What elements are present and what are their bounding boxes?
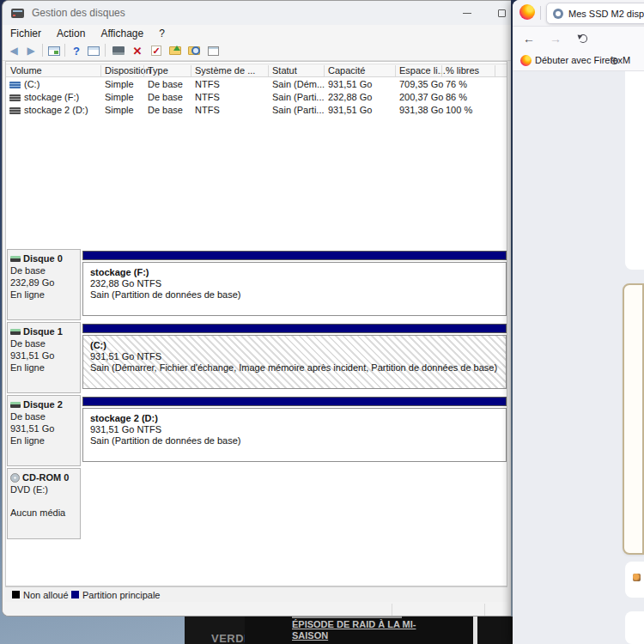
cell-espace: 200,37 Go [399, 92, 443, 102]
cdrom-label-panel[interactable]: CD-ROM 0 DVD (E:) Aucun média [7, 468, 81, 539]
cell-type: De base [148, 92, 183, 102]
bookmarks-bar: Débuter avec Firefox ⊕ M [513, 50, 644, 71]
col-capacite[interactable]: Capacité [328, 65, 365, 76]
list-view-icon[interactable] [46, 43, 62, 58]
cell-fs: NTFS [195, 105, 220, 115]
partition-stockage-f[interactable]: stockage (F:) 232,88 Go NTFS Sain (Parti… [82, 251, 507, 318]
cell-statut: Sain (Parti... [272, 92, 325, 102]
forward-button: → [547, 30, 564, 47]
disk0-name: Disque 0 [23, 253, 63, 264]
disk0-status: En ligne [10, 289, 77, 300]
cdrom-drive: DVD (E:) [10, 484, 77, 495]
cell-statut: Sain (Dém... [272, 79, 325, 89]
folder-up-glyph [169, 46, 181, 55]
popup-view-icon[interactable] [86, 43, 101, 58]
col-espace[interactable]: Espace li... [399, 65, 446, 76]
minimize-button[interactable] [451, 1, 483, 25]
check-disk-icon[interactable]: ✓ [149, 43, 164, 58]
maximize-icon [498, 9, 506, 17]
col-volume[interactable]: Volume [10, 65, 42, 76]
disk1-label-panel[interactable]: Disque 1 De base 931,51 Go En ligne [7, 322, 81, 393]
delete-volume-icon[interactable]: ✕ [130, 43, 145, 58]
partition-health: Sain (Partition de données de base) [90, 289, 506, 300]
forum-post-card [625, 71, 644, 270]
menu-affichage[interactable]: Affichage [93, 25, 151, 41]
help-icon[interactable]: ? [69, 43, 84, 58]
forward-arrow-glyph: ▶ [27, 45, 34, 57]
partition-stockage2-d[interactable]: stockage 2 (D:) 931,51 Go NTFS Sain (Par… [82, 397, 507, 464]
disk2-label-panel[interactable]: Disque 2 De base 931,51 Go En ligne [7, 395, 81, 466]
legend-primary-swatch [71, 591, 79, 598]
disk0-type: De base [10, 265, 77, 276]
title-bar[interactable]: Gestion des disques [3, 1, 511, 25]
toolbar-separator [64, 44, 65, 57]
back-button[interactable]: ← [520, 30, 538, 47]
column-separator [268, 65, 269, 76]
properties-icon[interactable] [205, 43, 221, 58]
partition-size: 232,88 Go NTFS [90, 278, 506, 289]
scrollbar-mark [392, 604, 392, 616]
list-view-glyph [48, 46, 60, 56]
menu-fichier[interactable]: Fichier [3, 25, 49, 41]
bookmark-truncated[interactable]: M [623, 55, 630, 65]
table-row[interactable]: stockage (F:) Simple De base NTFS Sain (… [6, 91, 507, 104]
small-avatar-icon[interactable] [633, 574, 641, 581]
maximize-button[interactable] [485, 1, 511, 25]
active-tab[interactable]: Mes SSD M2 dispara [546, 3, 644, 24]
window-bottom-edge [3, 602, 511, 617]
cell-fs: NTFS [195, 79, 220, 89]
verdict-text: VERDI [211, 632, 247, 644]
disk1-type: De base [10, 338, 77, 349]
cell-libres: 100 % [446, 105, 472, 115]
cell-volume: (C:) [9, 79, 39, 89]
reload-button[interactable] [574, 30, 592, 47]
cell-statut: Sain (Parti... [272, 105, 325, 115]
legend-primary-label: Partition principale [82, 590, 161, 600]
toolbar: ◀ ▶ ? ✕ ✓ [3, 41, 511, 61]
volume-table-header: Volume Disposition Type Système de ... S… [6, 64, 507, 77]
cell-espace: 931,38 Go [399, 105, 443, 115]
forward-icon[interactable]: ▶ [23, 43, 39, 58]
legend-unallocated-label: Non alloué [23, 590, 69, 600]
import-folder-icon[interactable] [167, 43, 183, 58]
cell-disposition: Simple [105, 92, 134, 102]
disk0-label-panel[interactable]: Disque 0 De base 232,89 Go En ligne [7, 249, 81, 320]
tab-favicon-gear-icon [553, 9, 563, 19]
col-systeme[interactable]: Système de ... [195, 65, 255, 76]
disk0-size: 232,89 Go [10, 277, 77, 288]
firefox-logo-icon[interactable] [519, 4, 535, 20]
back-icon[interactable]: ◀ [6, 43, 21, 58]
partition-label: stockage 2 (D:) [90, 413, 506, 423]
cell-capacite: 232,88 Go [328, 92, 372, 102]
disk-management-window: Gestion des disques Fichier Action Affic… [2, 0, 511, 617]
partition-label: (C:) [90, 340, 506, 350]
tab-separator [540, 6, 541, 20]
explore-folder-icon[interactable] [186, 43, 202, 58]
partition-c[interactable]: (C:) 931,51 Go NTFS Sain (Démarrer, Fich… [82, 324, 507, 391]
minimize-icon [463, 13, 471, 14]
cell-libres: 76 % [446, 79, 467, 89]
firefox-window: Mes SSD M2 dispara ← → Débuter avec Fire… [513, 0, 644, 644]
toolbar-separator [42, 44, 43, 57]
cdrom-status: Aucun média [10, 507, 77, 518]
menu-action[interactable]: Action [49, 25, 93, 41]
column-separator [441, 65, 442, 76]
cell-capacite: 931,51 Go [328, 105, 372, 115]
episode-link[interactable]: ÉPISODE DE RAID À LA MI- SAISON [292, 619, 416, 641]
disk-row-2: Disque 2 De base 931,51 Go En ligne stoc… [6, 395, 508, 468]
menu-help[interactable]: ? [151, 25, 173, 41]
table-row[interactable]: stockage 2 (D:) Simple De base NTFS Sain… [6, 104, 507, 117]
red-x-glyph: ✕ [133, 45, 143, 58]
disk1-status: En ligne [10, 362, 77, 373]
console-icon[interactable] [111, 43, 126, 58]
toolbar-separator [105, 44, 106, 57]
cdrom-name: CD-ROM 0 [22, 472, 69, 483]
col-statut[interactable]: Statut [272, 65, 297, 76]
globe-icon: ⊕ [610, 54, 619, 67]
cell-libres: 86 % [446, 92, 467, 102]
col-type[interactable]: Type [148, 65, 168, 76]
disk2-status: En ligne [10, 435, 77, 446]
table-row[interactable]: (C:) Simple De base NTFS Sain (Dém... 93… [6, 78, 507, 91]
partition-primary-bar [82, 397, 507, 406]
col-libres[interactable]: % libres [446, 65, 479, 76]
